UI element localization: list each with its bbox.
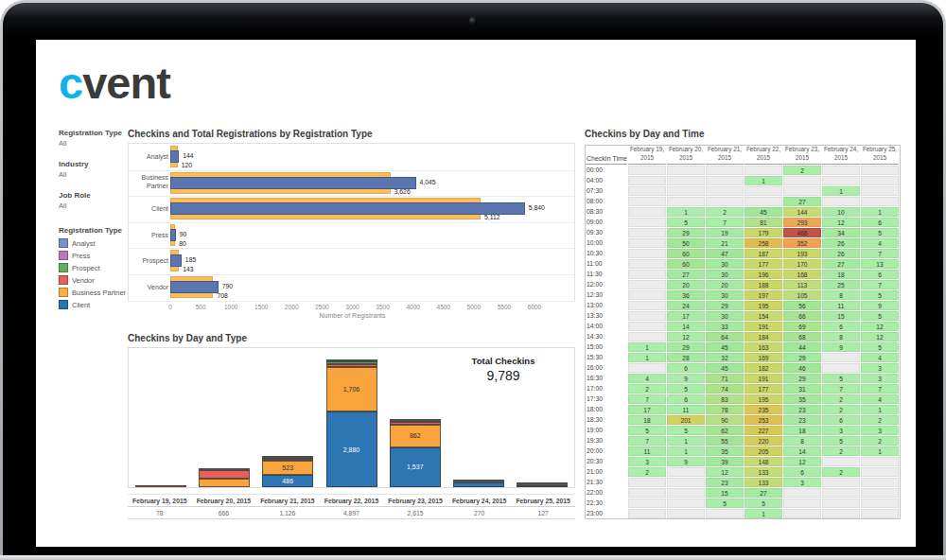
heatmap-cell[interactable]: 9 [822, 342, 860, 352]
stacked-segment-business-partner[interactable]: 1,706 [326, 367, 377, 411]
heatmap-cell[interactable]: 253 [745, 415, 782, 425]
stacked-segment-analyst[interactable] [262, 456, 313, 458]
stacked-segment-vendor[interactable] [262, 459, 313, 461]
heatmap-cell[interactable]: 29 [706, 301, 744, 310]
heatmap-cell[interactable] [706, 509, 744, 518]
heatmap-cell[interactable]: 5 [822, 374, 860, 383]
stacked-segment-business-partner[interactable]: 523 [262, 461, 313, 474]
heatmap-cell[interactable]: 46 [783, 363, 821, 373]
stacked-segment-analyst[interactable] [199, 468, 250, 470]
heatmap-cell[interactable] [628, 322, 666, 331]
heatmap-cell[interactable]: 4 [861, 394, 899, 404]
heatmap-cell[interactable] [628, 363, 666, 373]
heatmap-cell[interactable]: 14 [783, 446, 821, 456]
heatmap-cell[interactable]: 23 [783, 415, 821, 425]
heatmap-cell[interactable]: 197 [745, 290, 782, 300]
heatmap-cell[interactable] [628, 218, 666, 227]
heatmap-cell[interactable]: 35 [706, 446, 744, 456]
heatmap-cell[interactable]: 1 [861, 207, 899, 217]
heatmap-cell[interactable]: 195 [745, 301, 782, 310]
heatmap-cell[interactable]: 2 [822, 446, 860, 456]
heatmap-cell[interactable]: 7 [706, 218, 744, 227]
heatmap-cell[interactable] [822, 197, 860, 206]
heatmap-cell[interactable]: 28 [667, 353, 705, 362]
heatmap-cell[interactable] [628, 301, 666, 310]
heatmap-cell[interactable]: 8 [822, 290, 860, 300]
heatmap-cell[interactable]: 177 [745, 384, 782, 394]
heatmap-cell[interactable]: 29 [667, 228, 705, 237]
heatmap-cell[interactable]: 170 [783, 259, 821, 269]
heatmap-cell[interactable]: 10 [822, 207, 860, 217]
heatmap-cell[interactable]: 1 [822, 186, 860, 196]
heatmap-cell[interactable]: 45 [706, 363, 744, 373]
heatmap-cell[interactable]: 11 [667, 405, 705, 414]
heatmap-cell[interactable]: 39 [706, 457, 744, 466]
heatmap-cell[interactable]: 20 [706, 280, 744, 289]
heatmap-cell[interactable] [628, 197, 666, 206]
heatmap-cell[interactable]: 1 [628, 342, 666, 352]
heatmap-cell[interactable] [861, 166, 899, 175]
heatmap-cell[interactable] [861, 176, 899, 185]
heatmap-cell[interactable] [628, 488, 666, 498]
heatmap-cell[interactable] [628, 290, 666, 300]
heatmap-cell[interactable]: 71 [706, 374, 744, 383]
heatmap-cell[interactable]: 154 [745, 311, 782, 321]
heatmap-cell[interactable]: 3 [628, 457, 666, 466]
heatmap-cell[interactable]: 179 [745, 228, 782, 237]
heatmap-cell[interactable]: 5 [667, 384, 705, 394]
heatmap-cell[interactable]: 74 [706, 384, 744, 394]
heatmap-cell[interactable]: 12 [861, 332, 899, 341]
heatmap-cell[interactable]: 2 [822, 405, 860, 414]
heatmap-cell[interactable] [706, 197, 744, 206]
heatmap-cell[interactable]: 19 [706, 228, 744, 237]
heatmap-cell[interactable] [822, 353, 860, 362]
heatmap-cell[interactable]: 12 [861, 322, 899, 331]
heatmap-cell[interactable]: 163 [745, 342, 782, 352]
filter-value[interactable]: All [59, 139, 127, 148]
heatmap-cell[interactable]: 60 [667, 249, 705, 258]
stacked-segment-client[interactable]: 2,880 [326, 411, 377, 487]
heatmap-cell[interactable]: 69 [783, 322, 821, 331]
heatmap-cell[interactable]: 169 [745, 353, 782, 362]
stacked-segment-vendor[interactable] [390, 422, 441, 424]
heatmap-cell[interactable] [861, 197, 899, 206]
heatmap-cell[interactable]: 12 [667, 332, 705, 341]
legend-item[interactable]: Analyst [59, 238, 127, 248]
heatmap-cell[interactable]: 3 [861, 374, 899, 383]
registrations-bar[interactable] [170, 202, 525, 215]
heatmap-cell[interactable]: 187 [745, 249, 782, 258]
heatmap-cell[interactable] [628, 176, 666, 185]
heatmap-cell[interactable]: 4 [628, 374, 666, 383]
heatmap-cell[interactable] [783, 186, 821, 196]
heatmap-cell[interactable]: 56 [783, 301, 821, 310]
heatmap-cell[interactable]: 81 [745, 218, 782, 227]
heatmap-cell[interactable] [783, 499, 821, 508]
heatmap-cell[interactable]: 44 [783, 342, 821, 352]
heatmap-cell[interactable]: 1 [861, 405, 899, 414]
heatmap-cell[interactable]: 18 [822, 270, 860, 279]
heatmap-cell[interactable]: 7 [628, 436, 666, 446]
heatmap-cell[interactable] [667, 478, 705, 487]
heatmap-cell[interactable] [861, 499, 899, 508]
heatmap-cell[interactable]: 191 [745, 322, 782, 331]
heatmap-cell[interactable]: 168 [783, 270, 821, 279]
heatmap-cell[interactable]: 6 [822, 415, 860, 425]
heatmap-cell[interactable]: 5 [822, 436, 860, 446]
heatmap-cell[interactable]: 8 [822, 332, 860, 341]
heatmap-cell[interactable]: 35 [783, 394, 821, 404]
heatmap-cell[interactable]: 13 [861, 259, 899, 269]
stacked-segment-vendor[interactable] [326, 364, 377, 368]
heatmap-cell[interactable]: 105 [783, 290, 821, 300]
heatmap-cell[interactable] [628, 238, 666, 248]
heatmap-cell[interactable]: 5 [861, 311, 899, 321]
heatmap-cell[interactable] [783, 509, 821, 518]
heatmap-cell[interactable] [628, 259, 666, 269]
heatmap-cell[interactable]: 205 [745, 446, 782, 456]
heatmap-cell[interactable]: 7 [861, 280, 899, 289]
heatmap-cell[interactable]: 5 [861, 228, 899, 237]
heatmap-cell[interactable]: 7 [861, 384, 899, 394]
heatmap-cell[interactable] [706, 166, 744, 175]
heatmap-cell[interactable]: 6 [822, 322, 860, 331]
heatmap-cell[interactable]: 30 [706, 290, 744, 300]
heatmap-cell[interactable]: 148 [745, 457, 782, 466]
